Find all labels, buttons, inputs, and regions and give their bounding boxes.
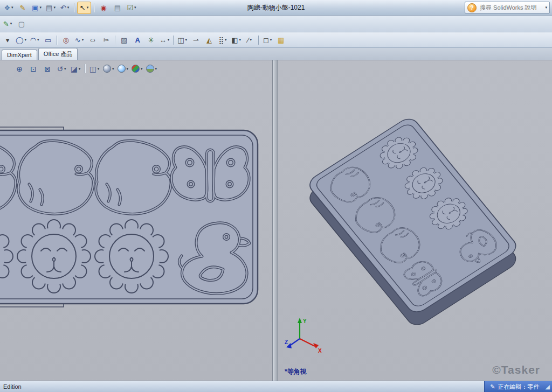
dropdown-caret-icon[interactable]: ▾ bbox=[127, 67, 129, 71]
dropdown-caret-icon[interactable]: ▾ bbox=[270, 38, 272, 42]
zoom-to-area-icon[interactable]: ⊡ bbox=[27, 63, 40, 74]
model-2d-canvas[interactable] bbox=[0, 60, 272, 381]
dropdown-caret-icon[interactable]: ▾ bbox=[98, 67, 100, 71]
dropdown-caret-icon[interactable]: ▾ bbox=[79, 67, 81, 71]
search-input[interactable] bbox=[479, 4, 543, 11]
text-tool-icon[interactable]: A bbox=[131, 34, 144, 46]
dropdown-caret-icon[interactable]: ▾ bbox=[225, 38, 227, 42]
linear-pattern-icon[interactable]: ⣿▾ bbox=[216, 34, 229, 46]
dropdown-caret-icon[interactable]: ▾ bbox=[53, 5, 56, 10]
dropdown-caret-icon[interactable]: ▾ bbox=[87, 5, 89, 10]
options-icon[interactable]: ☑▾ bbox=[125, 2, 138, 13]
toolbar-separator bbox=[115, 36, 115, 45]
status-editing-segment: ✎ 正在編輯：零件 ◢ bbox=[484, 381, 552, 392]
open-document-icon[interactable]: ✎ bbox=[16, 2, 29, 13]
section-view-icon[interactable]: ◪▾ bbox=[69, 63, 82, 74]
z-axis-label: Z bbox=[285, 339, 288, 345]
tab-office-products[interactable]: Office 產品 bbox=[38, 48, 78, 60]
zoom-to-area-icon-glyph: ⊡ bbox=[30, 65, 37, 73]
offset-entities-icon-glyph: ◫ bbox=[177, 37, 184, 44]
dropdown-caret-icon[interactable]: ▾ bbox=[239, 38, 241, 42]
search-dropdown-caret-icon[interactable]: ▾ bbox=[545, 5, 547, 10]
file-properties-icon-glyph: ▤ bbox=[114, 4, 121, 11]
orientation-triad[interactable]: Y X Z bbox=[285, 316, 323, 358]
convert-entities-icon[interactable]: ⇀ bbox=[189, 34, 202, 46]
secondary-toolbar: ✎▾▢ bbox=[0, 16, 552, 32]
undo-icon[interactable]: ↶▾ bbox=[58, 2, 71, 13]
dropdown-caret-icon[interactable]: ▾ bbox=[112, 67, 114, 71]
watermark: ©Tasker bbox=[492, 363, 540, 376]
hide-show-items-icon[interactable]: ▾ bbox=[116, 63, 130, 74]
save-icon[interactable]: ▣▾ bbox=[30, 2, 43, 13]
linear-pattern-icon-glyph: ⣿ bbox=[219, 37, 224, 44]
print-icon[interactable]: ▤▾ bbox=[44, 2, 57, 13]
viewport-pane-right[interactable]: Y X Z *等角視 ©Tasker bbox=[278, 60, 552, 381]
zoom-in-out-icon-glyph: ⊕ bbox=[16, 65, 23, 73]
dropdown-caret-icon[interactable]: ▾ bbox=[82, 38, 84, 42]
display-style-icon[interactable]: ▾ bbox=[102, 63, 115, 74]
rectangle-tool-icon-glyph: ▭ bbox=[45, 37, 51, 44]
help-icon[interactable]: ? bbox=[467, 3, 477, 12]
help-search-box[interactable]: ? ▾ bbox=[465, 2, 550, 13]
spline-tool-icon[interactable]: ∿▾ bbox=[73, 34, 86, 46]
measure-icon[interactable]: ◻▾ bbox=[261, 34, 274, 46]
commandmanager-tab-bar: DimXpertOffice 產品 bbox=[0, 48, 552, 60]
dropdown-caret-icon[interactable]: ▾ bbox=[11, 5, 13, 10]
ellipse-tool-icon[interactable]: ○ bbox=[86, 34, 99, 46]
new-document-icon[interactable]: ❖▾ bbox=[2, 2, 15, 13]
zoom-to-fit-icon-glyph: ⊠ bbox=[44, 65, 51, 73]
solidworks-window: 陶總-動物小盤-1021 ❖▾✎▣▾▤▾↶▾↖▾◉▤☑▾ ? ▾ ✎▾▢ ▾◯▾… bbox=[0, 0, 552, 392]
dropdown-caret-icon[interactable]: ▾ bbox=[185, 38, 187, 42]
titlebar: 陶總-動物小盤-1021 ❖▾✎▣▾▤▾↶▾↖▾◉▤☑▾ ? ▾ bbox=[0, 0, 552, 16]
dropdown-caret-icon[interactable]: ▾ bbox=[134, 5, 136, 10]
viewport-pane-left[interactable]: ⊕⊡⊠↺▾◪▾◫▾▾▾▾▾ bbox=[0, 60, 272, 381]
hatch-icon[interactable]: ▨ bbox=[118, 34, 130, 46]
smart-dimension-icon[interactable]: ↔▾ bbox=[158, 34, 171, 46]
dropdown-caret-icon[interactable]: ▾ bbox=[67, 5, 70, 10]
apply-scene-icon[interactable]: ▾ bbox=[145, 63, 158, 74]
dropdown-caret-icon[interactable]: ▾ bbox=[39, 5, 42, 10]
file-properties-icon[interactable]: ▤ bbox=[111, 2, 124, 13]
smart-dimension-icon-glyph: ↔ bbox=[160, 37, 167, 44]
dropdown-caret-icon[interactable]: ▾ bbox=[155, 67, 157, 71]
trim-entities-icon[interactable]: ✂ bbox=[100, 34, 113, 46]
document-template-icon[interactable]: ▢ bbox=[15, 18, 28, 30]
mirror-entities-icon[interactable]: ◧▾ bbox=[230, 34, 243, 46]
flyout-caret-icon[interactable]: ▾ bbox=[1, 34, 14, 46]
pane-splitter[interactable] bbox=[272, 60, 278, 381]
model-2d[interactable] bbox=[0, 127, 258, 307]
model-3d[interactable] bbox=[306, 115, 520, 316]
rectangle-tool-icon[interactable]: ▭ bbox=[42, 34, 54, 46]
tab-dimxpert[interactable]: DimXpert bbox=[2, 50, 37, 60]
circle-tool-icon[interactable]: ◯▾ bbox=[15, 34, 27, 46]
dropdown-caret-icon[interactable]: ▾ bbox=[250, 38, 252, 42]
centerline-icon[interactable]: ∕▾ bbox=[243, 34, 256, 46]
draft-angle-icon-glyph: ◭ bbox=[206, 37, 212, 44]
resize-grip-icon[interactable]: ◢ bbox=[546, 383, 550, 390]
zoom-to-fit-icon[interactable]: ⊠ bbox=[41, 63, 54, 74]
dropdown-caret-icon[interactable]: ▾ bbox=[25, 38, 27, 42]
select-arrow-icon[interactable]: ↖▾ bbox=[77, 2, 91, 14]
rebuild-icon[interactable]: ◉ bbox=[97, 2, 110, 13]
dropdown-caret-icon[interactable]: ▾ bbox=[168, 38, 170, 42]
asterisk-tool-icon[interactable]: ✳ bbox=[144, 34, 157, 46]
point-tool-icon[interactable]: ◎ bbox=[59, 34, 72, 46]
sketch-tools-icon[interactable]: ✎▾ bbox=[1, 18, 14, 30]
draft-angle-icon[interactable]: ◭ bbox=[203, 34, 216, 46]
edit-appearance-icon[interactable]: ▾ bbox=[130, 63, 144, 74]
previous-view-icon[interactable]: ↺▾ bbox=[55, 63, 68, 74]
dropdown-caret-icon[interactable]: ▾ bbox=[64, 67, 66, 71]
display-style-icon-glyph bbox=[103, 65, 111, 73]
measure-icon-glyph: ◻ bbox=[263, 37, 269, 44]
dropdown-caret-icon[interactable]: ▾ bbox=[141, 67, 143, 71]
arc-tool-icon[interactable]: ◠▾ bbox=[28, 34, 41, 46]
view-orientation-icon[interactable]: ◫▾ bbox=[88, 63, 101, 74]
standard-toolbar: ❖▾✎▣▾▤▾↶▾↖▾◉▤☑▾ bbox=[2, 2, 138, 14]
appearance-grid-icon[interactable]: ▦ bbox=[274, 34, 287, 46]
offset-entities-icon[interactable]: ◫▾ bbox=[176, 34, 189, 46]
zoom-in-out-icon[interactable]: ⊕ bbox=[13, 63, 26, 74]
dropdown-caret-icon[interactable]: ▾ bbox=[10, 22, 12, 26]
select-arrow-icon-glyph: ↖ bbox=[80, 4, 86, 11]
hatch-icon-glyph: ▨ bbox=[121, 37, 127, 44]
dropdown-caret-icon[interactable]: ▾ bbox=[37, 38, 39, 42]
